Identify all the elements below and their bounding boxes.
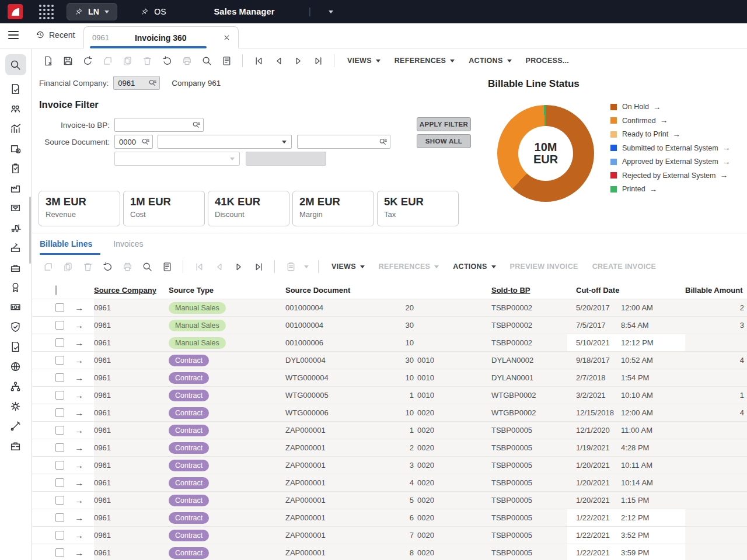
sidebar-scrollbar[interactable] <box>29 197 31 264</box>
source-document-type-select[interactable] <box>158 135 292 149</box>
legend-item[interactable]: Ready to Print→ <box>610 130 730 139</box>
legend-drill-arrow-icon[interactable]: → <box>722 158 731 166</box>
app-launcher-icon[interactable] <box>39 5 54 19</box>
kpi-card-discount[interactable]: 41K EURDiscount <box>208 191 289 226</box>
table-row[interactable]: →0961ContractZAP00000180020TSBP000051/22… <box>32 544 747 560</box>
sidebar-item-order-funnel[interactable] <box>5 201 26 214</box>
sidebar-item-enterprise-modeling[interactable] <box>5 380 26 393</box>
sidebar-item-freight[interactable] <box>5 221 26 234</box>
kpi-card-revenue[interactable]: 3M EURRevenue <box>39 191 120 226</box>
table-row[interactable]: →0961ContractZAP00000120020TSBP000051/19… <box>32 439 747 457</box>
legend-item[interactable]: Rejected by External System→ <box>610 172 730 180</box>
table-row[interactable]: →0961ContractWTG000006100020WTGBP000212/… <box>32 404 747 422</box>
legend-item[interactable]: Submitted to External System→ <box>610 144 730 153</box>
menu-actions[interactable]: ACTIONS <box>469 57 511 65</box>
sidebar-item-projects[interactable] <box>5 439 26 452</box>
lookup-icon[interactable] <box>141 138 152 146</box>
tab-invoicing-360[interactable]: 0961 Invoicing 360 <box>83 26 239 48</box>
refresh-button[interactable] <box>157 53 177 68</box>
drill-arrow-icon[interactable]: → <box>73 478 83 488</box>
sidebar-item-financials[interactable] <box>5 300 26 313</box>
search-button[interactable] <box>197 53 217 68</box>
recent-button[interactable]: Recent <box>35 30 75 40</box>
drill-arrow-icon[interactable]: → <box>73 338 83 348</box>
legend-item[interactable]: Confirmed→ <box>610 117 730 125</box>
notes-button[interactable] <box>217 53 236 68</box>
select-all-checkbox[interactable] <box>55 285 57 295</box>
last-record-button[interactable] <box>308 53 328 68</box>
sidebar-item-compliance[interactable] <box>5 320 26 333</box>
row-checkbox[interactable] <box>55 408 64 417</box>
legend-drill-arrow-icon[interactable]: → <box>650 185 658 194</box>
table-row[interactable]: →0961ContractZAP00000170020TSBP000051/22… <box>32 527 747 544</box>
column-source-type[interactable]: Source Type <box>158 286 269 295</box>
table-row[interactable]: →0961ContractDYL000004300010DYLAN00029/1… <box>32 352 747 369</box>
menu-actions[interactable]: ACTIONS <box>453 262 495 271</box>
table-row[interactable]: →0961ContractZAP00000130020TSBP000051/20… <box>32 457 747 474</box>
legend-item[interactable]: Printed→ <box>610 185 730 194</box>
drill-arrow-icon[interactable]: → <box>73 320 83 330</box>
row-checkbox[interactable] <box>55 356 64 365</box>
table-row[interactable]: →0961ContractZAP00000150020TSBP000051/20… <box>32 492 747 509</box>
row-checkbox[interactable] <box>55 391 64 400</box>
table-row[interactable]: →0961ContractZAP00000110020TSBP0000512/1… <box>32 422 747 439</box>
pinned-app-os[interactable]: OS <box>141 7 166 16</box>
first-record-button[interactable] <box>249 53 268 68</box>
row-checkbox[interactable] <box>55 443 64 452</box>
financial-company-input[interactable]: 0961 <box>113 76 160 90</box>
save-and-close-button[interactable] <box>38 53 58 68</box>
legend-item[interactable]: On Hold→ <box>610 103 730 111</box>
sidebar-item-tools[interactable] <box>5 419 26 432</box>
sidebar-item-configuration[interactable] <box>5 400 26 412</box>
previous-record-button[interactable] <box>268 53 288 68</box>
show-all-button[interactable]: SHOW ALL <box>417 134 471 148</box>
drill-arrow-icon[interactable]: → <box>73 513 83 523</box>
row-checkbox[interactable] <box>55 478 64 487</box>
refresh-lines-button[interactable] <box>97 259 117 274</box>
workspace-switcher[interactable]: LN <box>67 3 117 20</box>
topbar-chevron-down-icon[interactable] <box>329 10 333 13</box>
legend-drill-arrow-icon[interactable]: → <box>672 130 680 139</box>
row-checkbox[interactable] <box>55 321 64 330</box>
table-row[interactable]: →0961Manual Sales00100000610TSBP000025/1… <box>32 334 747 352</box>
row-checkbox[interactable] <box>55 496 64 505</box>
menu-views[interactable]: VIEWS <box>331 262 365 271</box>
sidebar-item-global-trade[interactable] <box>5 360 26 373</box>
drill-arrow-icon[interactable]: → <box>73 495 83 505</box>
row-checkbox[interactable] <box>55 338 64 347</box>
table-row[interactable]: →0961Manual Sales00100000430TSBP000027/5… <box>32 317 747 334</box>
drill-arrow-icon[interactable]: → <box>73 390 83 400</box>
drill-arrow-icon[interactable]: → <box>73 425 83 435</box>
sidebar-item-quality[interactable] <box>5 281 26 293</box>
revert-button[interactable] <box>78 53 97 68</box>
last-line-button[interactable] <box>249 259 268 274</box>
row-checkbox[interactable] <box>55 461 64 470</box>
sidebar-item-invoicing[interactable] <box>5 340 26 353</box>
table-row[interactable]: →0961ContractWTG00000510010WTGBP00023/2/… <box>32 387 747 404</box>
table-row[interactable]: →0961ContractZAP00000140020TSBP000051/20… <box>32 474 747 492</box>
infor-logo[interactable] <box>8 4 23 19</box>
next-record-button[interactable] <box>288 53 308 68</box>
kpi-card-margin[interactable]: 2M EURMargin <box>292 191 374 226</box>
legend-drill-arrow-icon[interactable]: → <box>720 171 728 180</box>
notes-lines-button[interactable] <box>157 259 177 274</box>
column-sold-to-bp[interactable]: Sold-to BP <box>491 286 567 295</box>
drill-arrow-icon[interactable]: → <box>73 355 83 365</box>
row-checkbox[interactable] <box>55 373 64 382</box>
sidebar-item-manufacturing[interactable] <box>5 181 26 194</box>
drill-arrow-icon[interactable]: → <box>73 548 83 558</box>
save-button[interactable] <box>58 53 78 68</box>
menu-hamburger-icon[interactable] <box>8 31 19 39</box>
drill-arrow-icon[interactable]: → <box>73 443 83 453</box>
sidebar-item-service[interactable] <box>5 261 26 274</box>
menu-process[interactable]: PROCESS... <box>526 57 570 65</box>
drill-arrow-icon[interactable]: → <box>73 460 83 470</box>
kpi-card-tax[interactable]: 5K EURTax <box>377 191 459 226</box>
tab-close-icon[interactable] <box>222 33 231 42</box>
table-row[interactable]: →0961Manual Sales00100000420TSBP000025/2… <box>32 299 747 317</box>
legend-drill-arrow-icon[interactable]: → <box>653 103 661 111</box>
legend-drill-arrow-icon[interactable]: → <box>722 144 731 152</box>
sidebar-item-sales-invoicing[interactable] <box>5 82 26 95</box>
drill-arrow-icon[interactable]: → <box>73 373 83 383</box>
sidebar-item-search[interactable] <box>5 54 26 75</box>
